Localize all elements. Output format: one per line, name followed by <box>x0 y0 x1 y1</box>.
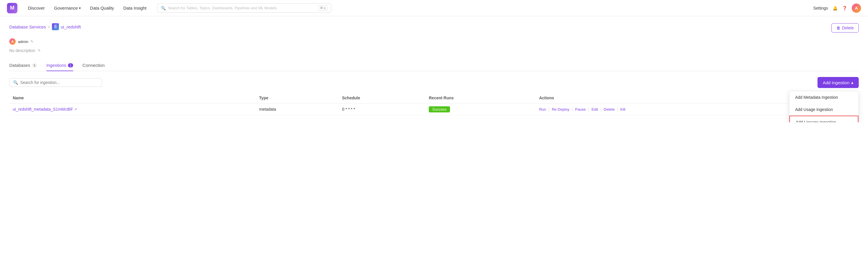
settings-link[interactable]: Settings <box>813 6 828 10</box>
delete-action[interactable]: Delete <box>604 107 615 112</box>
breadcrumb-parent[interactable]: Database Services <box>9 24 46 29</box>
kill-action[interactable]: Kill <box>620 107 625 112</box>
col-type: Type <box>256 93 339 103</box>
ingestion-search[interactable]: 🔍 <box>9 78 102 87</box>
tab-ingestions[interactable]: Ingestions 1 <box>46 60 73 71</box>
tab-databases[interactable]: Databases 1 <box>9 60 37 71</box>
col-name: Name <box>9 93 256 103</box>
add-usage-ingestion-option[interactable]: Add Usage Ingestion <box>789 103 859 116</box>
chevron-down-icon: ▾ <box>79 6 81 10</box>
delete-service-button[interactable]: 🗑 Delete <box>831 23 859 33</box>
col-recent-runs: Recent Runs <box>425 93 536 103</box>
edit-description-icon[interactable]: ✎ <box>38 49 41 53</box>
database-icon: 🗄 <box>52 23 59 30</box>
redeploy-action[interactable]: Re Deploy <box>552 107 569 112</box>
external-link-icon: ↗ <box>74 107 77 111</box>
main-content: Database Services › 🗄 ui_redshift 🗑 Dele… <box>0 16 868 122</box>
ingestions-table: Name Type Schedule Recent Runs Actions u… <box>9 93 859 115</box>
owner-name: admin <box>18 39 28 44</box>
global-search[interactable]: 🔍 Search for Tables, Topics, Dashboards,… <box>157 3 331 13</box>
table-toolbar: 🔍 Add Ingestion ▴ Add Metadata Ingestion… <box>9 77 859 88</box>
databases-count-badge: 1 <box>32 63 37 67</box>
user-avatar[interactable]: A <box>852 3 861 13</box>
breadcrumb-separator: › <box>48 24 50 29</box>
ingestions-count-badge: 1 <box>68 63 73 67</box>
nav-data-quality[interactable]: Data Quality <box>87 4 118 12</box>
help-icon[interactable]: ❓ <box>842 6 847 10</box>
description-row: No description ✎ <box>9 48 859 53</box>
add-lineage-ingestion-option[interactable]: Add Lineage Ingestion <box>789 116 859 122</box>
app-header: M Discover Governance ▾ Data Quality Dat… <box>0 0 868 16</box>
ingestion-name-link[interactable]: ui_redshift_metadata_S1mMctBF ↗ <box>13 107 252 112</box>
page-header: Database Services › 🗄 ui_redshift 🗑 Dele… <box>9 23 859 35</box>
col-schedule: Schedule <box>339 93 425 103</box>
nav-discover[interactable]: Discover <box>24 4 48 12</box>
edit-action[interactable]: Edit <box>592 107 598 112</box>
app-logo[interactable]: M <box>7 3 18 13</box>
add-metadata-ingestion-option[interactable]: Add Metadata Ingestion <box>789 91 859 103</box>
search-icon: 🔍 <box>13 80 18 85</box>
status-badge: Success <box>429 106 450 113</box>
table-row: ui_redshift_metadata_S1mMctBF ↗ metadata… <box>9 103 859 115</box>
tabs: Databases 1 Ingestions 1 Connection <box>9 60 859 71</box>
ingestion-search-input[interactable] <box>20 80 98 85</box>
search-shortcut: ⌘K <box>318 5 327 11</box>
main-nav: Discover Governance ▾ Data Quality Data … <box>24 4 150 12</box>
search-icon: 🔍 <box>161 6 166 10</box>
trash-icon: 🗑 <box>836 26 840 30</box>
owner-row: A admin ✎ <box>9 38 859 45</box>
ingestion-type: metadata <box>256 103 339 115</box>
header-actions: Settings 🔔 ❓ A <box>813 3 861 13</box>
run-action[interactable]: Run <box>539 107 546 112</box>
tab-connection[interactable]: Connection <box>83 60 104 71</box>
notifications-icon[interactable]: 🔔 <box>833 6 838 10</box>
add-ingestion-button[interactable]: Add Ingestion ▴ <box>817 77 859 88</box>
description-text: No description <box>9 48 35 53</box>
nav-data-insight[interactable]: Data Insight <box>120 4 150 12</box>
edit-owner-icon[interactable]: ✎ <box>30 39 33 43</box>
breadcrumb-current: 🗄 ui_redshift <box>52 23 81 30</box>
service-name: ui_redshift <box>61 24 81 29</box>
ingestion-status: Success <box>425 103 536 115</box>
nav-governance[interactable]: Governance ▾ <box>51 4 84 12</box>
search-placeholder-text: Search for Tables, Topics, Dashboards, P… <box>168 6 277 10</box>
breadcrumb: Database Services › 🗄 ui_redshift <box>9 23 81 30</box>
ingestion-schedule: 0 * * * * <box>339 103 425 115</box>
chevron-up-icon: ▴ <box>851 80 854 85</box>
pause-action[interactable]: Pause <box>575 107 586 112</box>
ingestion-type-dropdown: Add Metadata Ingestion Add Usage Ingesti… <box>789 91 859 122</box>
owner-avatar: A <box>9 38 16 45</box>
